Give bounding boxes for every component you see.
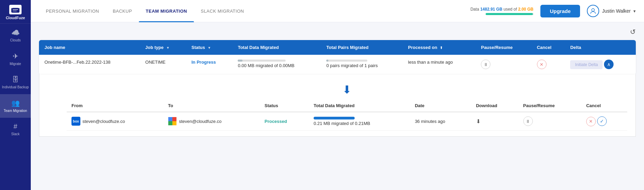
sub-complete-button[interactable]: ✓ [597,116,607,126]
svg-rect-2 [13,11,17,11]
sidebar-item-clouds[interactable]: ☁️ Clouds [0,24,31,47]
svg-point-3 [592,9,594,11]
logo-icon [9,5,22,14]
sub-pause-cell: ⏸ [518,112,581,130]
to-cell-content: steven@cloudfuze.co [168,117,255,126]
sidebar-item-slack[interactable]: # Slack [0,118,31,141]
pairs-progress-bar [326,60,367,62]
header: PERSONAL MIGRATION BACKUP TEAM MIGRATION… [31,0,644,22]
toolbar-row: ↺ [39,28,636,36]
pause-button[interactable]: ⏸ [481,60,490,69]
box-logo: box [71,117,80,126]
svg-rect-0 [11,8,19,13]
sub-col-cancel: Cancel [581,100,627,112]
backup-icon: 🗄 [12,76,19,84]
svg-rect-4 [168,117,172,121]
sub-table: From To Status Total Data Migrated [67,100,627,131]
status-filter-icon[interactable]: ▼ [208,46,211,50]
svg-rect-5 [172,117,176,121]
sub-table-container: ⬇ From To Status [39,74,636,137]
sidebar-logo: CloudFuze [0,0,31,24]
sidebar-item-clouds-label: Clouds [10,38,21,42]
initiate-delta-button[interactable]: Initiate Delta [570,60,603,69]
processed-on-sort-icon[interactable]: ⬆ [440,46,443,50]
col-job-name: Job name [39,40,140,55]
job-type-filter-icon[interactable]: ▼ [166,46,170,50]
download-button[interactable]: ⬇ [476,118,481,125]
sidebar: CloudFuze ☁️ Clouds ✈ Migrate 🗄 Individu… [0,0,31,190]
data-progress-bar [238,60,286,62]
sub-col-data: Total Data Migrated [309,100,410,112]
down-arrow-icon: ⬇ [342,84,352,96]
col-pause-resume: Pause/Resume [475,40,531,55]
main-content: PERSONAL MIGRATION BACKUP TEAM MIGRATION… [31,0,644,190]
tab-personal-migration[interactable]: PERSONAL MIGRATION [39,0,106,22]
slack-icon: # [13,123,17,130]
storage-text: Data 1482.91 GB used of 2.00 GB [470,7,533,12]
sub-from-cell: box steven@cloudfuze.co [67,112,163,130]
col-total-data: Total Data Migrated [232,40,321,55]
table-row: Onetime-BFB-...Feb.22.2022-138 ONETIME I… [39,55,636,74]
sub-table-row: box steven@cloudfuze.co [67,112,627,130]
job-type-cell: ONETIME [140,55,186,74]
sidebar-item-migrate-label: Migrate [10,62,21,66]
data-migrated-cell: 0.00 MB migrated of 0.00MB [232,55,321,74]
sidebar-item-slack-label: Slack [11,132,19,136]
sub-col-status: Status [260,100,308,112]
sidebar-item-team-label: Team Migration [4,109,27,113]
from-cell-content: box steven@cloudfuze.co [71,117,158,126]
cancel-button[interactable]: ✕ [537,60,547,69]
user-info[interactable]: Justin Walker ▾ [587,5,636,17]
sub-date-cell: 36 minutes ago [410,112,471,130]
content-area: ↺ Job name Job type ▼ Status [31,22,644,190]
sidebar-item-backup-label: Individual Backup [2,85,29,89]
main-table: Job name Job type ▼ Status ▼ Total Data … [39,40,636,74]
svg-rect-7 [172,121,176,125]
sub-cancel-button[interactable]: ✕ [586,117,596,126]
sidebar-item-team-migration[interactable]: 👥 Team Migration [0,94,31,118]
sidebar-item-migrate[interactable]: ✈ Migrate [0,47,31,71]
down-arrow-container: ⬇ [67,80,627,100]
sub-col-download: Download [471,100,518,112]
job-name-cell: Onetime-BFB-...Feb.22.2022-138 [39,55,140,74]
refresh-button[interactable]: ↺ [630,28,636,36]
svg-rect-6 [168,121,172,125]
sub-status-badge: Processed [264,119,287,124]
col-job-type: Job type ▼ [140,40,186,55]
cancel-cell: ✕ [531,55,565,74]
sub-to-cell: steven@cloudfuze.co [163,112,260,130]
col-cancel: Cancel [531,40,565,55]
avatar [587,5,599,17]
sub-status-cell: Processed [260,112,308,130]
sidebar-item-individual-backup[interactable]: 🗄 Individual Backup [0,71,31,94]
sub-col-date: Date [410,100,471,112]
sub-pause-button[interactable]: ⏸ [523,116,533,126]
status-cell: In Progress [186,55,233,74]
team-icon: 👥 [11,99,20,107]
status-badge: In Progress [192,60,216,65]
chevron-down-icon: ▾ [633,9,636,14]
header-right: Data 1482.91 GB used of 2.00 GB Upgrade [470,5,636,17]
tab-team-migration[interactable]: TEAM MIGRATION [139,0,194,22]
col-total-pairs: Total Pairs Migrated [321,40,403,55]
pause-resume-cell: ⏸ [475,55,531,74]
storage-info: Data 1482.91 GB used of 2.00 GB [470,7,533,15]
col-status: Status ▼ [186,40,233,55]
col-processed-on: Processed on ⬆ [403,40,475,55]
tab-backup[interactable]: BACKUP [106,0,139,22]
clouds-icon: ☁️ [11,28,20,37]
storage-bar [486,13,534,15]
tab-slack-migration[interactable]: SLACK MIGRATION [194,0,251,22]
sub-cancel-cell: ✕ ✓ [581,112,627,130]
sub-col-pause-resume: Pause/Resume [518,100,581,112]
migrate-icon: ✈ [13,52,18,60]
upgrade-button[interactable]: Upgrade [540,5,580,17]
logo-text: CloudFuze [6,16,25,20]
sub-col-from: From [67,100,163,112]
processed-on-cell: less than a minute ago [403,55,475,74]
svg-rect-1 [13,9,18,10]
expand-button[interactable]: ∧ [604,60,614,69]
storage-bar-fill [486,13,533,15]
pairs-migrated-cell: 0 pairs migrated of 1 pairs [321,55,403,74]
sub-data-bar [314,117,355,119]
